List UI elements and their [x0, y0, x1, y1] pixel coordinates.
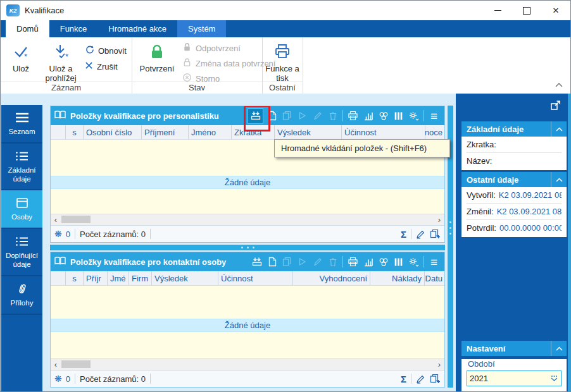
field-row: Potvrdil: 00.00.0000 00:00:00 — [467, 220, 562, 236]
sum-icon[interactable]: Σ — [401, 229, 406, 240]
new-record-icon[interactable] — [265, 108, 279, 123]
toolbar-separator — [424, 110, 424, 121]
sidebar-item-seznam[interactable]: Seznam — [1, 105, 42, 144]
no-data-band: Žádné údaje — [51, 319, 444, 332]
scroll-thumb[interactable] — [61, 360, 91, 368]
group-label-stav: Stav — [132, 82, 262, 93]
panel-personalistika: Položky kvalifikace pro personalistiku — [50, 106, 445, 243]
panel2-body[interactable]: Žádné údaje — [51, 286, 444, 358]
column-header[interactable]: Účinnost — [218, 271, 293, 285]
sidebar-item-doplnujici-udaje[interactable]: Doplňující údaje — [1, 229, 42, 276]
quick-edit-icon[interactable] — [416, 374, 425, 384]
scroll-thumb[interactable] — [61, 216, 91, 223]
collapse-section-icon[interactable] — [551, 341, 567, 356]
new-record-icon[interactable] — [265, 254, 279, 269]
column-header[interactable]: Osobní číslo — [84, 125, 142, 139]
section-header[interactable]: Nastavení — [461, 341, 567, 356]
column-header[interactable]: Jméno — [189, 125, 232, 139]
tab-hromadne-akce[interactable]: Hromadné akce — [97, 20, 177, 37]
detail-list-icon — [15, 149, 29, 164]
related-records-icon[interactable] — [377, 108, 390, 123]
ribbon-group-ostatni: Funkce a tisk Ostatní — [262, 37, 303, 94]
panel1-toolbar: ≡ — [248, 108, 441, 124]
print-icon[interactable] — [346, 108, 360, 123]
panel-menu-icon[interactable]: ≡ — [427, 108, 441, 123]
period-input[interactable] — [467, 374, 547, 383]
bulk-insert-icon[interactable] — [250, 254, 263, 269]
column-header[interactable] — [51, 125, 66, 139]
column-header[interactable]: Výsledek — [275, 125, 342, 139]
statusbar-separator — [75, 229, 75, 239]
sidebar-item-osoby[interactable]: Osoby — [1, 190, 42, 229]
period-dropdown-icon[interactable] — [547, 371, 561, 386]
collapse-section-icon[interactable] — [551, 121, 567, 137]
tab-system[interactable]: Systém — [177, 20, 226, 37]
sidebar-item-prilohy[interactable]: Přílohy — [1, 276, 42, 315]
columns-icon[interactable] — [392, 254, 405, 269]
settings-gear-icon[interactable] — [407, 254, 420, 269]
undock-icon[interactable] — [550, 99, 562, 113]
left-sidebar: Seznam Základní údaje Osoby Doplňující ú… — [1, 105, 42, 391]
scroll-right-arrow[interactable]: › — [434, 359, 444, 369]
related-records-icon[interactable] — [377, 254, 390, 269]
copy-record-icon — [280, 108, 294, 123]
column-header[interactable]: Účinnost — [342, 125, 425, 139]
sidebar-item-zakladni-udaje[interactable]: Základní údaje — [1, 144, 42, 191]
column-header[interactable]: Příjr — [84, 271, 108, 285]
column-header[interactable]: Výsledek — [152, 271, 218, 285]
box-icon — [16, 195, 28, 211]
sum-icon[interactable]: Σ — [401, 374, 406, 384]
book-icon — [54, 256, 66, 268]
k2-app-icon: K2 — [6, 4, 20, 16]
quick-edit-icon[interactable] — [416, 230, 425, 239]
scroll-right-arrow[interactable]: › — [434, 214, 444, 224]
maximize-button[interactable] — [512, 1, 541, 20]
save-and-view-button[interactable]: * Ulož a prohlížej — [40, 41, 82, 83]
confirm-button[interactable]: Potvrzení — [138, 41, 176, 74]
column-header[interactable]: s — [66, 125, 84, 139]
tab-domu[interactable]: Domů — [6, 20, 49, 37]
column-header[interactable]: Jmé — [108, 271, 129, 285]
minimize-button[interactable] — [483, 1, 512, 20]
print-icon[interactable] — [346, 254, 360, 269]
column-header[interactable]: Vyhodnoce — [425, 125, 444, 139]
scroll-left-arrow[interactable]: ‹ — [51, 359, 61, 369]
column-header[interactable]: Příjmení — [142, 125, 189, 139]
close-button[interactable]: × — [541, 1, 570, 20]
refresh-button[interactable]: Obnovit — [85, 45, 127, 56]
collapse-section-icon[interactable] — [551, 172, 567, 187]
collapse-ribbon-icon[interactable] — [555, 78, 563, 90]
save-button[interactable]: * Ulož — [6, 41, 36, 74]
column-header[interactable]: s — [66, 271, 84, 285]
column-header[interactable] — [51, 271, 66, 285]
section-header[interactable]: Ostatní údaje — [461, 172, 567, 187]
columns-icon[interactable] — [392, 108, 405, 123]
copy-add-icon[interactable] — [430, 229, 441, 239]
panel2-hscrollbar[interactable]: ‹ › — [51, 358, 444, 370]
settings-gear-icon[interactable] — [407, 108, 420, 123]
no-data-band: Žádné údaje — [51, 176, 444, 189]
scroll-left-arrow[interactable]: ‹ — [51, 214, 61, 224]
functions-print-button[interactable]: Funkce a tisk — [265, 41, 300, 83]
chart-icon[interactable] — [361, 108, 375, 123]
panel-menu-icon[interactable]: ≡ — [427, 254, 441, 269]
horizontal-splitter[interactable] — [50, 245, 445, 250]
column-header[interactable]: Firm — [129, 271, 152, 285]
copy-add-icon[interactable] — [430, 374, 441, 384]
bulk-insert-icon[interactable] — [248, 108, 263, 124]
tab-funkce[interactable]: Funkce — [49, 20, 98, 37]
records-count-label: Počet záznamů: 0 — [80, 374, 146, 384]
run-icon — [296, 254, 309, 269]
column-header[interactable]: Náklady — [370, 271, 425, 285]
section-header[interactable]: Základní údaje — [461, 121, 567, 137]
panel1-hscrollbar[interactable]: ‹ › — [51, 214, 444, 225]
column-header[interactable]: Zkratka — [232, 125, 275, 139]
column-header[interactable]: Vyhodnocení — [293, 271, 370, 285]
column-header[interactable]: Datu — [425, 271, 444, 285]
cancel-button[interactable]: Zrušit — [85, 61, 118, 71]
maximize-icon — [523, 7, 530, 15]
chart-icon[interactable] — [361, 254, 375, 269]
section-ostatni-udaje: Ostatní údaje Vytvořil: K2 03.09.2021 08… — [461, 172, 567, 237]
ribbon-group-zaznam: * Ulož * Ulož a prohlížej Obnovit — [1, 37, 132, 94]
printer-icon — [273, 41, 292, 63]
